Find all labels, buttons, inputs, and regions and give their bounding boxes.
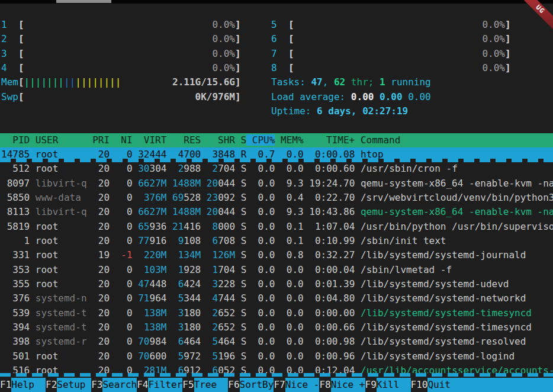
sep	[30, 307, 36, 319]
meter-close-bracket: ]	[505, 33, 511, 44]
priority: 20	[87, 293, 115, 304]
process-row-394[interactable]: 394 systemd-t 20 0 138M 3180 2652 S 0.0 …	[0, 320, 553, 335]
sep	[133, 278, 139, 290]
res: 972	[184, 351, 201, 362]
process-table-header[interactable]: PID USER PRI NI VIRT RES SHR S CPU% MEM%…	[0, 133, 553, 147]
state: S	[235, 178, 252, 189]
fkey-f3[interactable]: F3Search	[91, 378, 137, 392]
process-row-353[interactable]: 353 root 20 0 103M 1928 1704 S 0.0 0.0 0…	[0, 263, 553, 277]
pad	[172, 163, 178, 174]
sep	[30, 206, 36, 217]
process-row-331[interactable]: 331 root 19 -1 220M 134M 126M S 0.0 0.8 …	[0, 248, 553, 262]
sep	[30, 293, 36, 304]
cpu-meter-label: 3	[1, 48, 18, 59]
sep	[133, 178, 139, 189]
fkey-number: F9	[365, 378, 377, 392]
process-row-539[interactable]: 539 systemd-t 20 0 138M 3180 2652 S 0.0 …	[0, 306, 553, 320]
res-hi: 69	[172, 192, 184, 203]
state: S	[235, 293, 252, 304]
fkey-f6[interactable]: F6SortBy	[228, 378, 274, 392]
mem-bar-green: |||||||	[24, 76, 64, 88]
user: systemd-r	[36, 336, 87, 347]
cpu-meter-8: 8 [ 0.0%]	[271, 61, 511, 75]
pad	[172, 278, 178, 290]
process-row-376[interactable]: 376 systemd-n 20 0 71964 5344 4744 S 0.0…	[0, 291, 553, 306]
shr-hi: 20	[207, 206, 218, 217]
virt-hi: 47	[138, 278, 149, 290]
fkey-f8[interactable]: F8Nice +	[319, 378, 365, 392]
shr-hi: 8	[213, 221, 218, 232]
virt-hi: 71	[138, 293, 149, 304]
meter-open-bracket: [	[18, 19, 24, 30]
uptime-label: Uptime:	[271, 105, 317, 117]
res: 424	[184, 278, 201, 290]
shr: 744	[218, 293, 235, 304]
res-hi: 5	[178, 293, 184, 304]
pad	[172, 351, 178, 362]
mem-meter-value: 2.11G/15.6G	[172, 76, 235, 88]
process-row-8113[interactable]: 8113 libvirt-q 20 0 6627M 1488M 20044 S …	[0, 205, 553, 219]
priority: 20	[87, 336, 115, 347]
user: root	[36, 235, 87, 246]
sep	[133, 351, 139, 362]
process-row-501[interactable]: 501 root 20 0 70600 5972 5196 S 0.0 0.0 …	[0, 349, 553, 364]
fkey-f1[interactable]: F1Help	[0, 378, 46, 392]
pad	[138, 264, 144, 275]
command: qemu-system-x86_64 -enable-kvm -na	[361, 178, 553, 189]
cpu-meter-5: 5 [ 0.0%]	[271, 18, 511, 32]
state: S	[235, 206, 252, 217]
pad	[172, 322, 178, 333]
user: www-data	[36, 192, 87, 203]
fkey-f9[interactable]: F9Kill	[365, 378, 411, 392]
meter-line-uptime: Uptime: 6 days, 02:27:19	[0, 104, 553, 118]
process-row-355[interactable]: 355 root 20 0 47448 6424 3228 S 0.0 0.0 …	[0, 277, 553, 291]
mem-meter: Mem[||||||||||||||||| 2.11G/15.6G]	[1, 75, 241, 89]
sep	[166, 178, 172, 189]
cpu-meter-2: 2 [ 0.0%]	[1, 32, 241, 46]
cpu-meter-7: 7 [ 0.0%]	[271, 47, 511, 61]
uptime-value: 6 days, 02:27:19	[317, 105, 408, 117]
process-row-398[interactable]: 398 systemd-r 20 0 70984 6464 5464 S 0.0…	[0, 335, 553, 349]
shr: 708	[218, 235, 235, 246]
sort-column-header[interactable]: CPU%	[246, 134, 275, 146]
cpu-meter-label: 2	[1, 33, 18, 44]
cpu-meter-value: 0.0%	[294, 19, 505, 30]
user: systemd-t	[36, 307, 87, 319]
process-row-1[interactable]: 1 root 20 0 77916 9108 6708 S 0.0 0.1 0:…	[0, 234, 553, 248]
pad	[207, 278, 213, 290]
res-hi: 21	[172, 221, 184, 232]
fkey-f2[interactable]: F2Setup	[46, 378, 91, 392]
res: 180	[184, 307, 201, 319]
cpu-meter-6: 6 [ 0.0%]	[271, 32, 511, 46]
pad	[207, 163, 213, 174]
tasks-sep: ,	[323, 76, 334, 88]
pad	[207, 221, 213, 232]
res-hi: 6	[178, 278, 184, 290]
pad	[172, 264, 178, 275]
pad	[172, 336, 178, 347]
state: S	[235, 192, 252, 203]
fkey-f4[interactable]: F4Filter	[137, 378, 182, 392]
res: 108	[184, 235, 201, 246]
fkey-f10[interactable]: F10Quit	[411, 378, 553, 392]
priority: 20	[87, 235, 115, 246]
process-row-8097[interactable]: 8097 libvirt-q 20 0 6627M 1488M 20044 S …	[0, 176, 553, 191]
command: /lib/systemd/systemd-resolved	[361, 336, 526, 347]
mem-meter-label: Mem	[1, 76, 18, 88]
priority: 20	[87, 221, 115, 232]
shr-hi: 2	[213, 163, 218, 174]
pid: 1	[1, 235, 30, 246]
res-hi: 9	[178, 235, 184, 246]
fkey-f7[interactable]: F7Nice -	[274, 378, 319, 392]
sep	[30, 249, 36, 261]
fkey-f5[interactable]: F5Tree	[182, 378, 228, 392]
process-row-5850[interactable]: 5850 www-data 20 0 376M 69528 23092 S 0.…	[0, 191, 553, 205]
sep	[30, 351, 36, 362]
virt: 448	[150, 278, 167, 290]
shr: 464	[218, 336, 235, 347]
process-row-512[interactable]: 512 root 20 0 30304 2988 2704 S 0.0 0.0 …	[0, 162, 553, 176]
cpu-mem-time: 0.0 0.8 0:32.27	[252, 249, 361, 261]
sep	[133, 206, 139, 217]
sep	[201, 206, 207, 217]
process-row-5819[interactable]: 5819 root 20 0 65936 21416 8000 S 0.0 0.…	[0, 220, 553, 234]
